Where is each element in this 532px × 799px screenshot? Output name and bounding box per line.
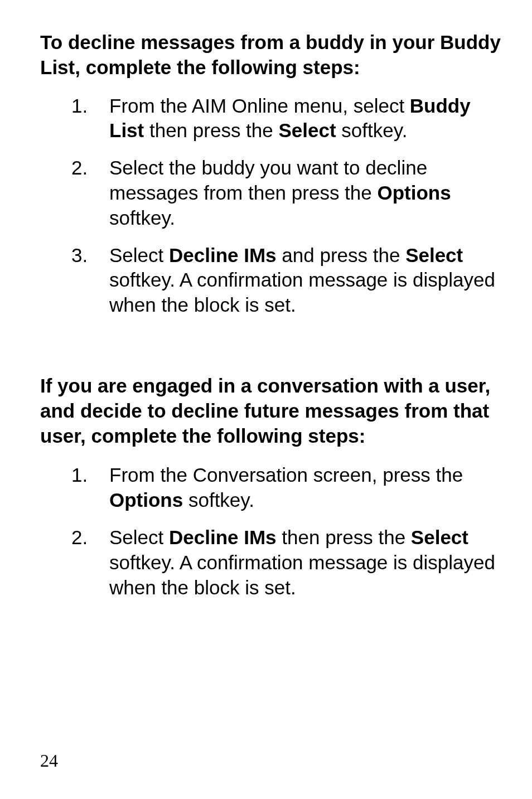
list-text: Select Decline IMs and press the Select … (109, 244, 495, 316)
list-text: From the AIM Online menu, select Buddy L… (109, 95, 471, 142)
list-item: 1. From the Conversation screen, press t… (71, 463, 505, 513)
list-number: 1. (71, 94, 99, 119)
document-page: To decline messages from a buddy in your… (0, 0, 532, 799)
list-number: 2. (71, 156, 99, 181)
list-item: 1. From the AIM Online menu, select Budd… (71, 94, 505, 144)
ordered-list-2: 1. From the Conversation screen, press t… (40, 463, 505, 600)
list-text: From the Conversation screen, press the … (109, 464, 463, 511)
section-heading-2: If you are engaged in a conversation wit… (40, 374, 505, 448)
list-item: 2. Select Decline IMs then press the Sel… (71, 525, 505, 600)
list-number: 3. (71, 243, 99, 268)
list-item: 3. Select Decline IMs and press the Sele… (71, 243, 505, 318)
section-heading-1: To decline messages from a buddy in your… (40, 30, 505, 80)
page-number: 24 (40, 750, 58, 771)
ordered-list-1: 1. From the AIM Online menu, select Budd… (40, 94, 505, 318)
list-number: 1. (71, 463, 99, 488)
list-number: 2. (71, 525, 99, 550)
list-text: Select Decline IMs then press the Select… (109, 526, 495, 598)
list-text: Select the buddy you want to decline mes… (109, 157, 451, 229)
list-item: 2. Select the buddy you want to decline … (71, 156, 505, 230)
